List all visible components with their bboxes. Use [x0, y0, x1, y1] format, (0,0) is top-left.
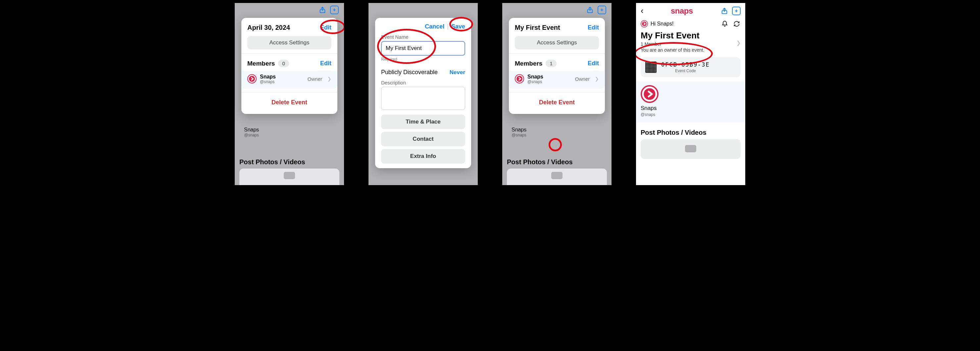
- delete-event-button[interactable]: Delete Event: [241, 93, 337, 111]
- screenshot-2: Cancel | Save Event Name Required Public…: [369, 3, 478, 185]
- access-settings-button[interactable]: Access Settings: [247, 36, 331, 49]
- owner-card[interactable]: Snaps @snaps: [636, 81, 745, 123]
- save-button[interactable]: Save: [451, 23, 465, 30]
- chevron-right-icon: ❯: [736, 40, 741, 46]
- back-button[interactable]: ‹: [641, 6, 644, 16]
- snaps-app-icon: [641, 20, 648, 27]
- section-post-heading: Post Photos / Videos: [636, 123, 745, 139]
- event-code-card[interactable]: 0FCB-65B9-3E Event Code: [641, 57, 741, 77]
- publicly-discoverable-label: Publicly Discoverable: [381, 69, 438, 76]
- event-header-row[interactable]: My First Event 1 Member You are an owner…: [636, 28, 745, 53]
- annotation-circle: [549, 138, 562, 152]
- publicly-discoverable-value[interactable]: Never: [450, 69, 465, 76]
- add-icon[interactable]: +: [330, 6, 339, 14]
- event-title: My First Event: [641, 30, 741, 41]
- extra-info-button[interactable]: Extra Info: [381, 149, 465, 164]
- section-post-heading: Post Photos / Videos: [239, 158, 305, 166]
- app-brand: snaps: [671, 6, 693, 16]
- popover-title: April 30, 2024: [247, 24, 290, 32]
- snaps-app-icon: [641, 85, 659, 103]
- time-place-button[interactable]: Time & Place: [381, 115, 465, 129]
- access-settings-button[interactable]: Access Settings: [515, 36, 599, 49]
- share-icon[interactable]: [318, 6, 327, 14]
- event-code-label: Event Code: [675, 69, 696, 73]
- description-textarea[interactable]: [381, 87, 465, 110]
- publicly-discoverable-row[interactable]: Publicly Discoverable Never: [375, 65, 471, 80]
- member-row[interactable]: Snaps @snaps Owner ❯: [509, 70, 605, 89]
- snaps-app-icon: [515, 74, 524, 83]
- bg-owner-name: Snaps: [244, 127, 259, 133]
- bg-owner-name: Snaps: [512, 127, 527, 133]
- description-label: Description: [381, 80, 465, 85]
- cancel-button[interactable]: Cancel: [425, 23, 444, 30]
- greeting-text: Hi Snaps!: [651, 21, 673, 27]
- owner-name: Snaps: [641, 105, 657, 112]
- members-edit-button[interactable]: Edit: [588, 60, 599, 67]
- members-count-badge: 1: [546, 60, 556, 67]
- upload-area[interactable]: [641, 139, 741, 159]
- members-label: Members: [247, 60, 275, 67]
- refresh-icon[interactable]: [733, 20, 741, 28]
- delete-event-button[interactable]: Delete Event: [509, 93, 605, 111]
- members-count-badge: 0: [278, 60, 289, 67]
- members-label: Members: [515, 60, 542, 67]
- app-bar: ‹ snaps +: [636, 3, 745, 18]
- event-settings-popover: My First Event Edit Access Settings Memb…: [509, 18, 605, 114]
- event-settings-popover: April 30, 2024 Edit Access Settings Memb…: [241, 18, 337, 114]
- section-post-heading: Post Photos / Videos: [507, 158, 573, 166]
- add-icon[interactable]: +: [732, 6, 741, 15]
- member-name: Snaps: [260, 74, 304, 80]
- event-name-input[interactable]: [381, 41, 465, 56]
- screenshot-3: + Snaps @snaps Post Photos / Videos My F…: [502, 3, 611, 185]
- edit-button[interactable]: Edit: [588, 24, 599, 31]
- event-member-count: 1 Member: [641, 41, 741, 47]
- bell-icon[interactable]: [721, 20, 729, 28]
- add-icon[interactable]: +: [598, 6, 606, 14]
- screenshot-1: + Snaps @snaps Post Photos / Videos Apri…: [235, 3, 344, 185]
- divider: |: [445, 23, 450, 30]
- bg-owner-chip: Snaps @snaps: [512, 126, 527, 137]
- upload-area[interactable]: [239, 169, 339, 185]
- required-hint: Required: [381, 57, 465, 62]
- edit-button[interactable]: Edit: [320, 24, 331, 31]
- svg-point-3: [516, 75, 523, 83]
- share-icon[interactable]: [720, 6, 729, 15]
- svg-point-1: [249, 75, 256, 83]
- contact-button[interactable]: Contact: [381, 132, 465, 146]
- member-name: Snaps: [527, 74, 572, 80]
- member-row[interactable]: Snaps @snaps Owner ❯: [241, 70, 337, 89]
- member-role: Owner: [575, 76, 590, 82]
- bg-owner-chip: Snaps @snaps: [244, 126, 259, 137]
- member-handle: @snaps: [527, 80, 572, 84]
- screenshot-4: ‹ snaps + Hi Snaps!: [636, 3, 745, 185]
- owner-handle: @snaps: [641, 112, 655, 117]
- chevron-right-icon: ❯: [595, 76, 599, 81]
- upload-area[interactable]: [507, 169, 607, 185]
- svg-point-6: [643, 88, 657, 101]
- popover-title: My First Event: [515, 24, 560, 32]
- snaps-app-icon: [247, 74, 256, 83]
- members-edit-button[interactable]: Edit: [320, 60, 331, 67]
- event-owner-line: You are an owner of this event.: [641, 47, 741, 53]
- member-role: Owner: [307, 76, 322, 82]
- qr-code-icon: [645, 62, 657, 73]
- svg-point-5: [642, 21, 647, 27]
- event-name-label: Event Name: [381, 34, 465, 40]
- share-icon[interactable]: [586, 6, 594, 14]
- edit-event-form: Cancel | Save Event Name Required Public…: [375, 18, 471, 168]
- event-code: 0FCB-65B9-3E: [661, 61, 710, 68]
- bg-owner-handle: @snaps: [244, 133, 259, 137]
- greeting-row: Hi Snaps!: [636, 18, 745, 28]
- member-handle: @snaps: [260, 80, 304, 84]
- chevron-right-icon: ❯: [328, 76, 331, 81]
- bg-owner-handle: @snaps: [512, 133, 527, 137]
